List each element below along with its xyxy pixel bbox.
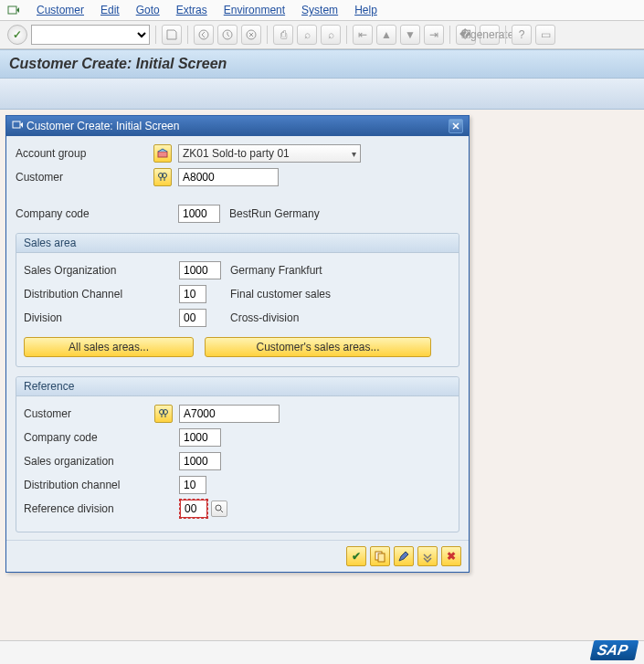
first-page-icon[interactable]: ⇤	[353, 25, 373, 45]
page-title: Customer Create: Initial Screen	[0, 49, 644, 79]
sales-org-input[interactable]	[179, 261, 221, 279]
company-code-label: Company code	[16, 207, 178, 220]
ref-customer-label: Customer	[24, 407, 153, 420]
reference-group: Reference Customer Company code	[16, 376, 459, 532]
svg-rect-5	[158, 152, 167, 157]
config-button[interactable]	[417, 546, 438, 566]
ref-customer-search-icon[interactable]	[154, 405, 173, 423]
dialog-footer: ✔ ✖	[6, 540, 469, 572]
ref-division-label: Reference division	[24, 502, 179, 515]
dialog-titlebar: Customer Create: Initial Screen	[6, 116, 469, 136]
menu-bar: Customer Edit Goto Extras Environment Sy…	[0, 0, 644, 21]
continue-button[interactable]: ✔	[346, 546, 366, 566]
menu-environment[interactable]: Environment	[224, 4, 285, 16]
shortcut-icon[interactable]: �generated	[480, 25, 500, 45]
prev-page-icon[interactable]: ▲	[376, 25, 396, 45]
back-icon[interactable]	[194, 25, 214, 45]
account-group-value: ZK01 Sold-to party 01	[183, 147, 290, 160]
dialog-customer-create: Customer Create: Initial Screen Account …	[5, 115, 470, 573]
reference-title: Reference	[16, 377, 459, 396]
ref-company-code-label: Company code	[24, 431, 179, 444]
dist-channel-input[interactable]	[179, 285, 206, 303]
copy-button[interactable]	[370, 546, 390, 566]
help-icon[interactable]: ?	[512, 25, 532, 45]
ref-customer-input[interactable]	[179, 405, 280, 423]
svg-rect-12	[378, 553, 385, 562]
toolbar-separator	[346, 26, 347, 44]
svg-rect-0	[8, 6, 16, 14]
company-code-input[interactable]	[178, 205, 220, 223]
next-page-icon[interactable]: ▼	[400, 25, 420, 45]
ref-division-input[interactable]	[180, 500, 207, 518]
menu-goto[interactable]: Goto	[136, 4, 160, 16]
all-sales-areas-button[interactable]: All sales areas...	[24, 337, 194, 357]
sales-org-label: Sales Organization	[24, 264, 179, 277]
menu-customer[interactable]: Customer	[37, 4, 84, 16]
menu-extras[interactable]: Extras	[176, 4, 207, 16]
ref-division-focus	[179, 499, 208, 519]
sales-area-title: Sales area	[16, 234, 459, 253]
menu-system[interactable]: System	[301, 4, 338, 16]
toolbar-separator	[267, 26, 268, 44]
customers-sales-areas-label: Customer's sales areas...	[256, 341, 379, 353]
account-group-combo[interactable]: ZK01 Sold-to party 01	[178, 144, 361, 163]
status-bar: SAP	[0, 640, 644, 664]
ref-sales-org-label: Sales organization	[24, 455, 179, 468]
ref-sales-org-input[interactable]	[179, 452, 221, 470]
last-page-icon[interactable]: ⇥	[424, 25, 444, 45]
toolbar-separator	[187, 26, 188, 44]
menu-command-icon[interactable]	[7, 4, 20, 16]
cancel-button[interactable]: ✖	[441, 546, 461, 566]
account-group-label: Account group	[16, 147, 153, 160]
cancel-icon[interactable]	[241, 25, 261, 45]
customer-label: Customer	[16, 171, 153, 184]
command-field[interactable]	[31, 25, 150, 45]
toolbar-separator	[155, 26, 156, 44]
edit-button[interactable]	[394, 546, 414, 566]
svg-point-1	[199, 30, 208, 39]
svg-point-10	[216, 505, 221, 511]
sales-org-desc: Germany Frankfurt	[230, 264, 322, 277]
division-label: Division	[24, 311, 179, 324]
dist-channel-label: Distribution Channel	[24, 288, 179, 300]
dist-channel-desc: Final customer sales	[230, 288, 331, 300]
menu-help[interactable]: Help	[354, 4, 377, 16]
toolbar-separator	[505, 26, 506, 44]
layout-icon[interactable]: ▭	[535, 25, 555, 45]
save-icon[interactable]	[162, 25, 182, 45]
division-desc: Cross-division	[230, 311, 299, 324]
svg-rect-4	[13, 121, 20, 128]
all-sales-areas-label: All sales areas...	[69, 341, 149, 353]
find-next-icon[interactable]: ⌕	[321, 25, 341, 45]
division-input[interactable]	[179, 309, 206, 327]
exit-icon[interactable]	[217, 25, 238, 45]
application-toolbar	[0, 79, 644, 110]
dialog-title: Customer Create: Initial Screen	[26, 120, 179, 132]
toolbar-separator	[449, 26, 450, 44]
company-code-desc: BestRun Germany	[229, 207, 320, 220]
sales-area-group: Sales area Sales Organization Germany Fr…	[16, 233, 459, 367]
ref-dist-channel-label: Distribution channel	[24, 479, 179, 491]
customer-search-icon[interactable]	[153, 168, 172, 186]
work-area: Customer Create: Initial Screen Account …	[0, 110, 644, 658]
sap-logo: SAP	[590, 640, 639, 660]
window-icon	[12, 120, 23, 133]
system-toolbar: ✓ ⎙ ⌕ ⌕ ⇤ ▲ ▼ ⇥ ❐ �generated ? ▭	[0, 21, 644, 49]
dialog-body: Account group ZK01 Sold-to party 01 Cust…	[6, 136, 469, 540]
account-group-help-icon[interactable]	[153, 144, 172, 163]
menu-edit[interactable]: Edit	[100, 4, 120, 16]
ref-company-code-input[interactable]	[179, 428, 221, 447]
ref-dist-channel-input[interactable]	[179, 476, 206, 494]
customers-sales-areas-button[interactable]: Customer's sales areas...	[205, 337, 431, 357]
close-icon[interactable]	[449, 119, 463, 133]
search-help-icon[interactable]	[211, 501, 227, 517]
enter-button[interactable]: ✓	[7, 25, 27, 45]
print-icon[interactable]: ⎙	[273, 25, 293, 45]
customer-input[interactable]	[178, 168, 279, 186]
find-icon[interactable]: ⌕	[297, 25, 317, 45]
